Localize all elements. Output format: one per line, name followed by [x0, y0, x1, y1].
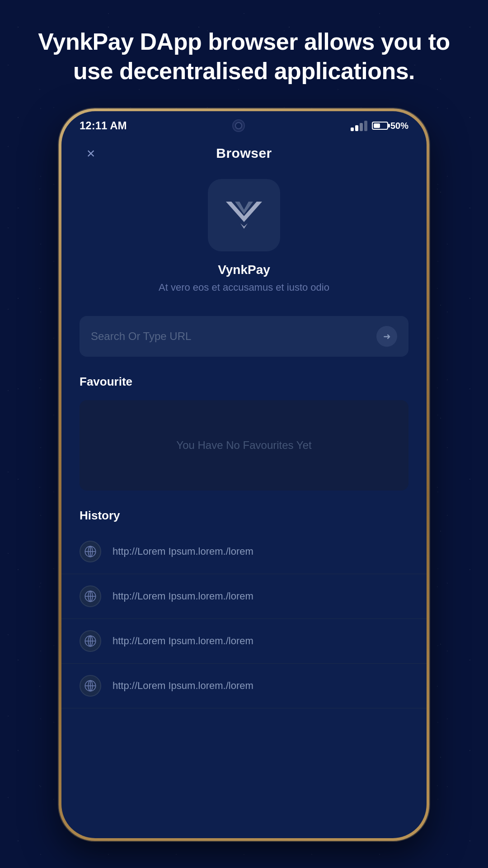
- page-title: Browser: [216, 146, 272, 161]
- camera-notch: [232, 119, 245, 132]
- globe-icon: [80, 585, 101, 607]
- history-item[interactable]: http://Lorem Ipsum.lorem./lorem: [61, 574, 427, 619]
- history-url: http://Lorem Ipsum.lorem./lorem: [113, 546, 253, 557]
- search-input[interactable]: Search Or Type URL: [91, 330, 370, 343]
- history-section-label: History: [61, 500, 427, 529]
- favourites-empty-state: You Have No Favourites Yet: [80, 400, 408, 491]
- close-button[interactable]: ×: [80, 142, 102, 165]
- status-bar: 12:11 AM 50%: [61, 111, 427, 137]
- search-container[interactable]: Search Or Type URL ➜: [80, 316, 408, 357]
- search-input-wrapper[interactable]: Search Or Type URL ➜: [80, 316, 408, 357]
- favourites-empty-message: You Have No Favourites Yet: [176, 439, 311, 452]
- globe-icon: [80, 541, 101, 562]
- history-item[interactable]: http://Lorem Ipsum.lorem./lorem: [61, 664, 427, 708]
- history-url: http://Lorem Ipsum.lorem./lorem: [113, 590, 253, 602]
- history-url: http://Lorem Ipsum.lorem./lorem: [113, 635, 253, 647]
- history-url: http://Lorem Ipsum.lorem./lorem: [113, 680, 253, 692]
- battery-icon: 50%: [372, 121, 408, 131]
- svg-marker-2: [240, 223, 248, 229]
- globe-icon: [80, 630, 101, 652]
- headline-text: VynkPay DApp browser allows you to use d…: [0, 27, 488, 86]
- history-item[interactable]: http://Lorem Ipsum.lorem./lorem: [61, 619, 427, 664]
- app-header: × Browser: [61, 137, 427, 175]
- logo-section: VynkPay At vero eos et accusamus et iust…: [61, 175, 427, 307]
- phone-frame: 12:11 AM 50% × Browser: [59, 108, 429, 841]
- favourites-section-label: Favourite: [61, 366, 427, 396]
- globe-icon: [80, 675, 101, 697]
- vynkpay-logo-svg: [221, 197, 267, 233]
- status-time: 12:11 AM: [80, 119, 127, 132]
- signal-icon: [351, 121, 367, 131]
- app-logo: [208, 179, 280, 251]
- phone-screen: 12:11 AM 50% × Browser: [61, 111, 427, 838]
- search-go-button[interactable]: ➜: [376, 326, 397, 347]
- history-item[interactable]: http://Lorem Ipsum.lorem./lorem: [61, 529, 427, 574]
- history-section: History http://Lorem Ipsum.lorem./lorem: [61, 500, 427, 708]
- app-name: VynkPay: [218, 263, 270, 277]
- app-tagline: At vero eos et accusamus et iusto odio: [159, 282, 329, 293]
- status-right: 50%: [351, 121, 408, 131]
